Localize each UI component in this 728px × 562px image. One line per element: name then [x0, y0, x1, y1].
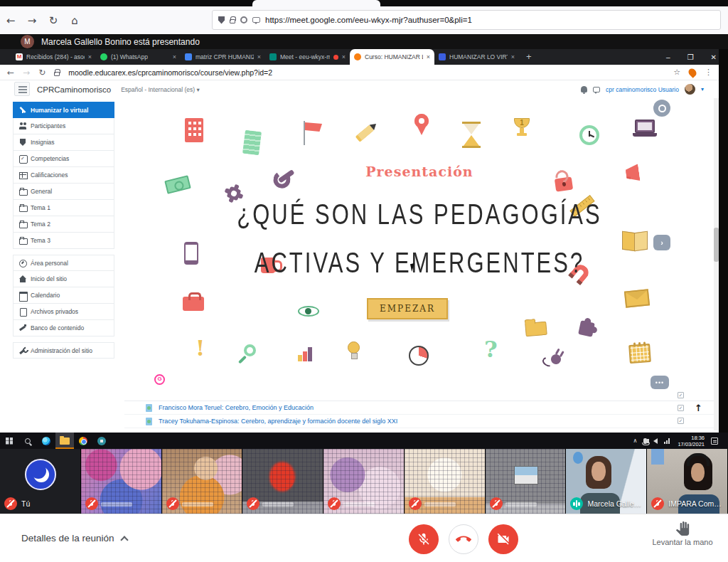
- sidebar-item-dashboard[interactable]: Área personal: [13, 255, 114, 271]
- video-tile[interactable]: [81, 449, 162, 514]
- firefox-active-tab[interactable]: [252, 0, 380, 6]
- resource-row[interactable]: Tracey Tokuhama-Espinosa: Cerebro, apren…: [124, 415, 714, 428]
- sidebar-item-tema2[interactable]: Tema 2: [13, 216, 114, 233]
- bookmark-star-icon[interactable]: ☆: [673, 68, 680, 77]
- tab-whatsapp[interactable]: (1) WhatsApp ×: [96, 49, 181, 65]
- user-menu[interactable]: cpr caminomorisco Usuario: [606, 86, 679, 93]
- sidebar-item-contentbank[interactable]: Banco de contenido: [13, 320, 114, 336]
- close-tab-icon[interactable]: ×: [173, 54, 176, 60]
- video-tile[interactable]: [486, 449, 567, 514]
- sidebar-item-general[interactable]: General: [13, 184, 114, 200]
- hang-up-button[interactable]: [449, 524, 478, 554]
- sidebar-item-tema1[interactable]: Tema 1: [13, 200, 114, 216]
- address-text[interactable]: moodle.educarex.es/cprcaminomorisco/cour…: [68, 68, 665, 77]
- video-tile[interactable]: [242, 449, 323, 514]
- extension-icon[interactable]: [687, 67, 698, 78]
- start-button[interactable]: [0, 433, 18, 449]
- caret-down-icon[interactable]: ▾: [701, 86, 704, 92]
- sidebar-item-siteadmin[interactable]: Administración del sitio: [13, 342, 114, 359]
- sidebar-item-competencies[interactable]: Competencias: [13, 151, 114, 167]
- sidebar-item-badges[interactable]: Insignias: [13, 134, 114, 151]
- close-button[interactable]: ✕: [711, 53, 717, 61]
- next-slide-button[interactable]: ›: [653, 235, 670, 250]
- notifications-icon[interactable]: [711, 438, 718, 445]
- chat-extension-icon[interactable]: [252, 17, 260, 23]
- home-icon[interactable]: ⌂: [64, 14, 85, 27]
- minimize-button[interactable]: –: [666, 53, 670, 61]
- completion-checkbox[interactable]: ✓: [678, 405, 684, 411]
- forward-icon[interactable]: →: [23, 68, 30, 78]
- taskbar-search[interactable]: [18, 433, 37, 449]
- video-tile-impara[interactable]: IMPARA Com…: [647, 449, 728, 514]
- maximize-button[interactable]: ❐: [687, 53, 694, 61]
- taskbar-edge[interactable]: [37, 433, 55, 449]
- meeting-details-button[interactable]: Detalles de la reunión: [21, 533, 127, 544]
- reload-icon[interactable]: ↻: [43, 14, 64, 27]
- network-icon[interactable]: [664, 438, 671, 444]
- taskbar-media-app[interactable]: [92, 433, 111, 449]
- close-tab-icon[interactable]: ×: [427, 54, 430, 60]
- close-tab-icon[interactable]: ×: [342, 54, 346, 60]
- tab-moodle-course[interactable]: Curso: HUMANIZAR LO VIRTUAL ×: [350, 49, 434, 65]
- video-tile[interactable]: [405, 449, 486, 514]
- sidebar-item-tema3[interactable]: Tema 3: [13, 233, 114, 249]
- user-avatar[interactable]: [685, 84, 695, 95]
- taskbar-chrome[interactable]: [74, 433, 92, 449]
- chrome-menu-icon[interactable]: ⋮: [705, 68, 712, 77]
- resource-link[interactable]: Tracey Tokuhama-Espinosa: Cerebro, apren…: [159, 418, 397, 425]
- resource-link[interactable]: Francisco Mora Teruel: Cerebro, Emoción …: [159, 404, 314, 411]
- forward-icon[interactable]: →: [21, 14, 43, 27]
- completion-checkbox[interactable]: ✓: [678, 418, 684, 424]
- close-tab-icon[interactable]: ×: [511, 54, 515, 60]
- notifications-bell-icon[interactable]: [581, 86, 587, 92]
- genially-logo[interactable]: G: [154, 374, 165, 385]
- sidebar-item-sitehome[interactable]: Inicio del sitio: [13, 271, 114, 287]
- tab-humanizar-site[interactable]: HUMANIZAR LO VIRTUAL - Neu ×: [434, 49, 519, 65]
- start-button[interactable]: EMPEZAR: [367, 298, 448, 319]
- messages-icon[interactable]: [593, 87, 600, 92]
- taskbar-clock[interactable]: 18:3617/03/2021: [678, 435, 705, 447]
- back-icon[interactable]: ←: [7, 68, 14, 78]
- tab-gmail[interactable]: M Recibidos (284) - asociacionimp ×: [11, 49, 96, 65]
- resource-row[interactable]: Francisco Mora Teruel: Cerebro, Emoción …: [124, 401, 714, 415]
- reload-icon[interactable]: ↻: [38, 68, 46, 78]
- close-tab-icon[interactable]: ×: [88, 54, 92, 60]
- tracking-shield-icon[interactable]: [218, 16, 225, 24]
- video-tile[interactable]: [323, 449, 405, 514]
- sidebar-item-participants[interactable]: Participantes: [13, 118, 114, 134]
- genially-presentation[interactable]: 1 ! ? Presentación ¿QUÉ SON LAS PEDAGOGÍ…: [124, 98, 714, 391]
- tray-chevron-icon[interactable]: ∧: [633, 438, 638, 444]
- sidebar-item-course[interactable]: Humanizar lo virtual: [13, 102, 114, 118]
- tab-meet[interactable]: Meet - eeu-wkyx-mjr ×: [265, 49, 350, 65]
- site-name[interactable]: CPRCaminomorisco: [37, 85, 111, 94]
- close-tab-icon[interactable]: ×: [257, 54, 261, 60]
- sidebar-item-grades[interactable]: Calificaciones: [13, 167, 114, 184]
- mic-off-button[interactable]: [409, 524, 439, 554]
- speaker-icon[interactable]: [653, 438, 658, 444]
- page-scrollbar[interactable]: [714, 98, 719, 430]
- video-tile-self[interactable]: Tú: [0, 449, 81, 514]
- camera-off-button[interactable]: [488, 524, 518, 554]
- taskbar-explorer[interactable]: [55, 433, 74, 449]
- url-text[interactable]: https://meet.google.com/eeu-wkyx-mjr?aut…: [265, 16, 472, 24]
- mic-off-icon: [409, 497, 422, 510]
- new-tab-button[interactable]: +: [526, 51, 532, 62]
- sidebar-item-calendar[interactable]: Calendario: [13, 287, 114, 304]
- tab-docs[interactable]: matriz CPR HUMANIZAR LO VIRT ×: [181, 49, 265, 65]
- genially-pointer-button[interactable]: [653, 100, 670, 117]
- sidebar-item-privatefiles[interactable]: Archivos privados: [13, 304, 114, 320]
- back-icon[interactable]: ←: [0, 14, 21, 27]
- raise-hand-button[interactable]: Levantar la mano: [640, 521, 725, 546]
- video-tile-marcela[interactable]: Marcela Galle…: [566, 449, 647, 514]
- hamburger-menu-icon[interactable]: [14, 82, 30, 96]
- extension-icon[interactable]: [240, 16, 247, 23]
- language-selector[interactable]: Español - Internacional (es) ▾: [121, 86, 200, 93]
- completion-checkbox[interactable]: ✓: [678, 392, 684, 398]
- lock-icon[interactable]: [54, 72, 60, 76]
- more-options-button[interactable]: •••: [651, 376, 669, 389]
- scroll-to-top-icon[interactable]: ↑: [695, 403, 702, 413]
- firefox-url-bar[interactable]: https://meet.google.com/eeu-wkyx-mjr?aut…: [212, 10, 721, 30]
- lock-icon[interactable]: [230, 19, 235, 23]
- video-tile[interactable]: [162, 449, 243, 514]
- scrollbar-thumb[interactable]: [714, 228, 719, 262]
